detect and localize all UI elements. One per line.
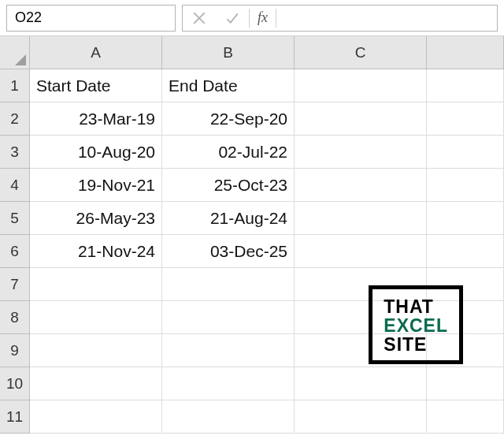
cell-A8[interactable]	[30, 301, 162, 334]
cell-D2[interactable]	[427, 102, 504, 136]
spreadsheet-grid: A B C 1 Start Date End Date 2 23-Mar-19 …	[0, 36, 504, 434]
cell-B2[interactable]: 22-Sep-20	[162, 102, 295, 136]
cell-C6[interactable]	[295, 235, 427, 268]
cell-A9[interactable]	[30, 334, 162, 367]
watermark-line3: SITE	[384, 335, 448, 354]
row-header-1[interactable]: 1	[0, 69, 30, 102]
cell-B5[interactable]: 21-Aug-24	[162, 202, 295, 235]
cell-D3[interactable]	[427, 136, 504, 169]
cell-D11[interactable]	[427, 400, 504, 434]
cell-C11[interactable]	[295, 400, 427, 434]
cell-A5[interactable]: 26-May-23	[30, 202, 162, 235]
cell-B10[interactable]	[162, 367, 295, 400]
row-header-8[interactable]: 8	[0, 301, 30, 334]
formula-bar-controls: fx	[182, 5, 498, 32]
column-header-B[interactable]: B	[162, 36, 295, 69]
cell-A3[interactable]: 10-Aug-20	[30, 136, 162, 169]
cell-C2[interactable]	[295, 102, 427, 136]
check-icon	[225, 11, 239, 25]
row-header-2[interactable]: 2	[0, 102, 30, 136]
cell-B11[interactable]	[162, 400, 295, 434]
cell-B6[interactable]: 03-Dec-25	[162, 235, 295, 268]
row-header-6[interactable]: 6	[0, 235, 30, 268]
watermark-line1: THAT	[384, 297, 448, 316]
column-header-blank[interactable]	[427, 36, 504, 69]
row-header-7[interactable]: 7	[0, 268, 30, 301]
row-header-5[interactable]: 5	[0, 202, 30, 235]
watermark-logo: THAT EXCEL SITE	[369, 285, 463, 364]
watermark-line2: EXCEL	[384, 316, 448, 335]
cell-C1[interactable]	[295, 69, 427, 102]
select-all-corner[interactable]	[0, 36, 30, 69]
cell-C10[interactable]	[295, 367, 427, 400]
column-header-C[interactable]: C	[295, 36, 427, 69]
row-header-10[interactable]: 10	[0, 367, 30, 400]
name-box-container	[6, 5, 176, 32]
name-box-input[interactable]	[7, 6, 206, 31]
cell-A6[interactable]: 21-Nov-24	[30, 235, 162, 268]
enter-formula-button[interactable]	[216, 6, 249, 31]
row-header-4[interactable]: 4	[0, 169, 30, 202]
row-header-9[interactable]: 9	[0, 334, 30, 367]
cell-C5[interactable]	[295, 202, 427, 235]
fx-label[interactable]: fx	[250, 9, 276, 26]
formula-bar: fx	[0, 0, 504, 36]
cell-A10[interactable]	[30, 367, 162, 400]
cell-B3[interactable]: 02-Jul-22	[162, 136, 295, 169]
row-header-3[interactable]: 3	[0, 136, 30, 169]
cell-D6[interactable]	[427, 235, 504, 268]
cell-A7[interactable]	[30, 268, 162, 301]
cell-B7[interactable]	[162, 268, 295, 301]
column-header-A[interactable]: A	[30, 36, 162, 69]
cell-B4[interactable]: 25-Oct-23	[162, 169, 295, 202]
cell-C3[interactable]	[295, 136, 427, 169]
formula-input[interactable]	[276, 6, 497, 31]
cell-A2[interactable]: 23-Mar-19	[30, 102, 162, 136]
cell-B1[interactable]: End Date	[162, 69, 295, 102]
cell-A11[interactable]	[30, 400, 162, 434]
cell-A4[interactable]: 19-Nov-21	[30, 169, 162, 202]
cell-D4[interactable]	[427, 169, 504, 202]
cell-B9[interactable]	[162, 334, 295, 367]
cell-B8[interactable]	[162, 301, 295, 334]
row-header-11[interactable]: 11	[0, 400, 30, 434]
cell-D5[interactable]	[427, 202, 504, 235]
cell-D1[interactable]	[427, 69, 504, 102]
cell-A1[interactable]: Start Date	[30, 69, 162, 102]
cell-D10[interactable]	[427, 367, 504, 400]
cell-C4[interactable]	[295, 169, 427, 202]
